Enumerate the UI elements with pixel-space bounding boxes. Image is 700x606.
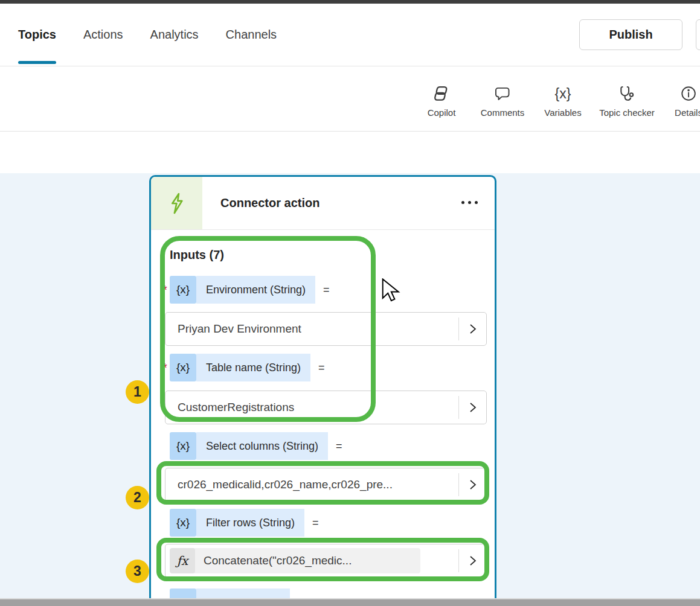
variable-icon: {x} bbox=[170, 509, 196, 537]
equals-sign: = bbox=[323, 284, 330, 296]
equals-sign: = bbox=[318, 362, 325, 374]
formula-fx-icon: ƒx bbox=[170, 548, 195, 573]
tab-analytics[interactable]: Analytics bbox=[150, 28, 199, 42]
table-name-value-field[interactable]: CustomerRegistrations bbox=[165, 391, 487, 424]
variable-icon: {x} bbox=[170, 354, 196, 381]
chevron-right-icon bbox=[468, 479, 478, 491]
variable-icon: {x} bbox=[170, 432, 196, 460]
comment-icon bbox=[494, 83, 511, 104]
chevron-right-icon bbox=[468, 323, 478, 335]
variables-button[interactable]: {x} Variables bbox=[544, 83, 581, 118]
copilot-icon bbox=[432, 83, 451, 104]
partial-edge-button[interactable] bbox=[696, 19, 700, 50]
tab-channels-label: Channels bbox=[226, 28, 277, 41]
required-marker: * bbox=[162, 361, 170, 375]
variables-icon: {x} bbox=[555, 83, 571, 104]
open-value-editor-button[interactable] bbox=[459, 468, 486, 501]
param-label: Filter rows (String) bbox=[196, 509, 304, 537]
comments-button[interactable]: Comments bbox=[481, 83, 525, 118]
filter-rows-value: Concatenate("cr026_medic... bbox=[195, 554, 360, 567]
topic-checker-label: Topic checker bbox=[599, 107, 655, 118]
copilot-button[interactable]: Copilot bbox=[428, 83, 456, 118]
lightning-bolt-icon bbox=[168, 192, 186, 215]
param-row-select-columns: {x} Select columns (String) = bbox=[162, 432, 342, 460]
details-button[interactable]: Details bbox=[675, 83, 700, 118]
param-row-filter-rows: {x} Filter rows (String) = bbox=[162, 509, 319, 537]
details-label: Details bbox=[675, 107, 700, 118]
table-name-value: CustomerRegistrations bbox=[178, 401, 294, 414]
inputs-heading: Inputs (7) bbox=[170, 248, 224, 262]
equals-sign: = bbox=[336, 440, 342, 453]
stethoscope-icon bbox=[618, 83, 636, 104]
variables-label: Variables bbox=[544, 107, 581, 118]
equals-sign: = bbox=[312, 517, 319, 529]
param-label: Environment (String) bbox=[196, 276, 315, 304]
required-marker: * bbox=[162, 283, 170, 297]
nav-header: Topics Actions Analytics Channels Publis… bbox=[0, 4, 700, 66]
filter-rows-value-field[interactable]: ƒx Concatenate("cr026_medic... bbox=[165, 544, 487, 578]
param-row-table-name: * {x} Table name (String) = bbox=[162, 354, 325, 381]
param-label: Select columns (String) bbox=[196, 432, 328, 460]
variable-chip-environment[interactable]: {x} Environment (String) bbox=[170, 276, 315, 304]
topic-checker-button[interactable]: Topic checker bbox=[599, 83, 655, 118]
node-title: Connector action bbox=[220, 196, 319, 210]
publish-button[interactable]: Publish bbox=[579, 19, 682, 50]
param-row-environment: * {x} Environment (String) = bbox=[162, 276, 330, 304]
node-header: Connector action bbox=[151, 177, 495, 230]
tab-topics[interactable]: Topics bbox=[18, 28, 56, 42]
copilot-label: Copilot bbox=[428, 107, 456, 118]
param-label: Table name (String) bbox=[196, 354, 310, 381]
connector-action-node[interactable]: Connector action Inputs (7) * {x} Enviro… bbox=[149, 175, 496, 606]
variable-chip-table-name[interactable]: {x} Table name (String) bbox=[170, 354, 310, 381]
tab-topics-label: Topics bbox=[18, 28, 56, 41]
variable-chip-select-columns[interactable]: {x} Select columns (String) bbox=[170, 432, 328, 460]
select-columns-value: cr026_medicalid,cr026_name,cr026_pre... bbox=[178, 478, 393, 491]
topic-toolbar: Copilot Comments {x} Variables Topic c bbox=[0, 66, 700, 132]
tab-channels[interactable]: Channels bbox=[226, 28, 277, 42]
annotation-badge-2: 2 bbox=[126, 486, 149, 509]
variable-chip-filter-rows[interactable]: {x} Filter rows (String) bbox=[170, 509, 304, 537]
open-value-editor-button[interactable] bbox=[459, 544, 486, 577]
chevron-right-icon bbox=[468, 555, 478, 567]
tab-actions-label: Actions bbox=[83, 28, 123, 41]
node-icon-cell bbox=[151, 177, 202, 229]
copilot-studio-screen: Topics Actions Analytics Channels Publis… bbox=[0, 0, 700, 606]
more-options-icon[interactable] bbox=[461, 201, 478, 204]
select-columns-value-field[interactable]: cr026_medicalid,cr026_name,cr026_pre... bbox=[165, 468, 487, 502]
nav-tabs: Topics Actions Analytics Channels bbox=[18, 28, 277, 42]
annotation-badge-3: 3 bbox=[126, 560, 149, 583]
tab-actions[interactable]: Actions bbox=[83, 28, 123, 42]
open-value-editor-button[interactable] bbox=[459, 313, 486, 345]
environment-value: Priyan Dev Environment bbox=[178, 322, 301, 336]
variable-icon: {x} bbox=[170, 276, 196, 304]
active-tab-underline bbox=[18, 61, 56, 64]
comments-label: Comments bbox=[481, 107, 525, 118]
annotation-badge-1: 1 bbox=[126, 380, 149, 404]
info-icon bbox=[680, 83, 697, 104]
formula-value: ƒx Concatenate("cr026_medic... bbox=[170, 548, 420, 573]
tab-analytics-label: Analytics bbox=[150, 28, 199, 41]
open-value-editor-button[interactable] bbox=[459, 391, 486, 424]
chevron-right-icon bbox=[468, 401, 478, 413]
horizontal-scrollbar[interactable] bbox=[0, 598, 700, 606]
environment-value-field[interactable]: Priyan Dev Environment bbox=[165, 312, 487, 346]
